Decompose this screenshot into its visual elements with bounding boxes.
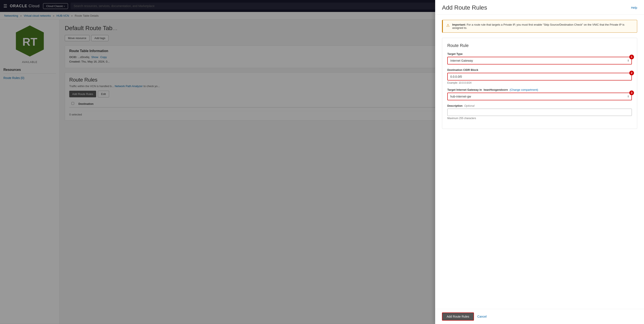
modal-add-route-rules-button[interactable]: Add Route Rules (442, 312, 474, 320)
target-gateway-select[interactable]: hub-internet-gw (447, 93, 632, 100)
target-type-label: Target Type (447, 52, 632, 56)
description-input[interactable] (447, 109, 632, 116)
target-type-select[interactable]: Internet Gateway (447, 57, 632, 64)
target-type-select-wrapper: Internet Gateway ⇕ 1 (447, 57, 632, 64)
destination-cidr-label: Destination CIDR Block (447, 68, 632, 72)
step1-badge: 1 (629, 55, 634, 59)
form-card-title: Route Rule (447, 43, 632, 48)
important-title: Important: (452, 23, 466, 26)
overlay-backdrop[interactable] (0, 0, 435, 324)
important-text: Important: For a route rule that targets… (452, 23, 634, 30)
modal-body: ⚠ Important: For a route rule that targe… (435, 15, 644, 309)
destination-cidr-group: Destination CIDR Block 2 Example: 10.0.0… (447, 68, 632, 84)
description-hint: Maximum 255 characters (447, 117, 632, 120)
description-label: Description Optional (447, 104, 632, 107)
target-type-group: Target Type Internet Gateway ⇕ 1 (447, 52, 632, 64)
target-gateway-group: Target Internet Gateway in IwanHoogendoo… (447, 88, 632, 100)
important-body: For a route rule that targets a Private … (452, 23, 624, 30)
description-group: Description Optional Maximum 255 charact… (447, 104, 632, 120)
route-rule-form-card: Route Rule Target Type Internet Gateway … (442, 38, 637, 129)
destination-cidr-hint: Example: 10.0.0.0/24 (447, 81, 632, 84)
target-gateway-select-wrapper: hub-internet-gw ⇕ 3 (447, 93, 632, 100)
target-gateway-label: Target Internet Gateway in (447, 88, 482, 91)
change-compartment-link[interactable]: (Change compartment) (510, 88, 538, 91)
modal-overlay: Add Route Rules Help ⚠ Important: For a … (0, 0, 644, 324)
step2-badge: 2 (629, 71, 634, 75)
compartment-name: IwanHoogendoorn (484, 88, 508, 91)
modal-help-link[interactable]: Help (631, 6, 637, 10)
description-optional: Optional (464, 104, 474, 107)
warning-icon: ⚠ (446, 23, 450, 30)
modal-header: Add Route Rules Help (435, 0, 644, 15)
add-route-rules-modal: Add Route Rules Help ⚠ Important: For a … (435, 0, 644, 324)
step3-badge: 3 (629, 90, 634, 95)
target-gateway-header: Target Internet Gateway in IwanHoogendoo… (447, 88, 632, 91)
destination-cidr-input[interactable] (447, 73, 632, 80)
destination-cidr-input-wrapper: 2 (447, 73, 632, 80)
important-banner: ⚠ Important: For a route rule that targe… (442, 20, 637, 33)
modal-footer: Add Route Rules Cancel (435, 309, 644, 324)
modal-cancel-button[interactable]: Cancel (477, 315, 487, 318)
modal-title: Add Route Rules (442, 4, 487, 11)
